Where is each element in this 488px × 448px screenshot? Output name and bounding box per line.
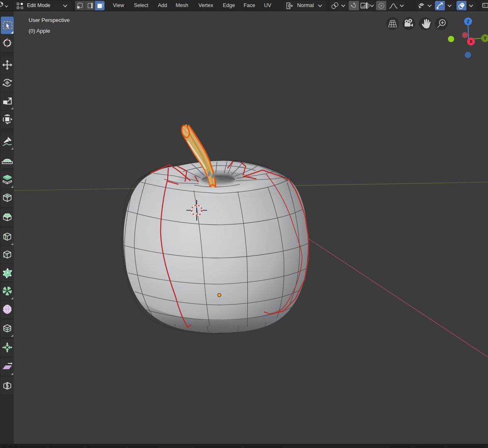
svg-text:User Perspective: User Perspective xyxy=(29,17,70,23)
svg-text:(0) Apple: (0) Apple xyxy=(29,28,50,34)
svg-text:Y: Y xyxy=(483,36,487,41)
svg-text:Z: Z xyxy=(467,19,470,24)
svg-text:X: X xyxy=(469,39,473,44)
